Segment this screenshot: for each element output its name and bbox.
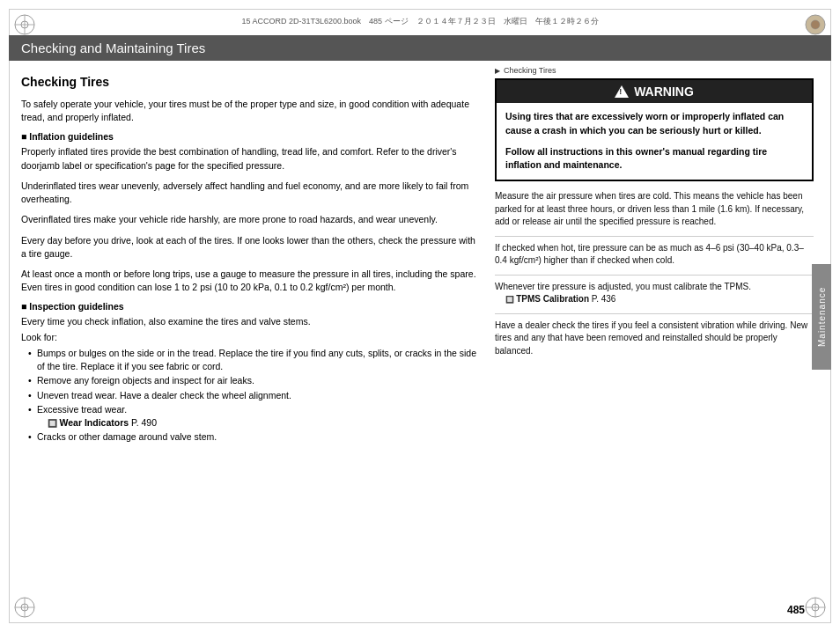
warning-header: WARNING	[497, 80, 812, 103]
bullet-item-5: Cracks or other damage around valve stem…	[28, 430, 476, 444]
inflation-para4: Every day before you drive, look at each…	[21, 234, 476, 261]
corner-decoration-tl	[12, 12, 37, 37]
bullet-item-1: Bumps or bulges on the side or in the tr…	[28, 347, 476, 373]
inflation-para2: Underinflated tires wear unevenly, adver…	[21, 180, 476, 206]
info-block-2: If checked when hot, tire pressure can b…	[495, 242, 814, 268]
section-title: Checking Tires	[21, 75, 476, 91]
tpms-ref-icon: 🔲	[505, 296, 516, 304]
tpms-link: TPMS Calibration	[516, 294, 589, 304]
look-for-label: Look for:	[21, 331, 476, 344]
bullet-item-2: Remove any foreign objects and inspect f…	[28, 374, 476, 387]
checking-tires-label: Checking Tires	[495, 66, 814, 75]
warning-title: WARNING	[634, 85, 694, 99]
info-block-1: Measure the air pressure when tires are …	[495, 190, 814, 229]
bullet-item-3: Uneven tread wear. Have a dealer check t…	[28, 389, 476, 402]
warning-text1: Using tires that are excessively worn or…	[505, 110, 803, 138]
info-block-4: Have a dealer check the tires if you fee…	[495, 320, 814, 358]
main-content-area: Checking Tires To safely operate your ve…	[9, 66, 489, 623]
inspection-heading: Inspection guidelines	[21, 301, 476, 312]
warning-triangle-icon	[615, 85, 629, 98]
wear-indicator-link: Wear Indicators	[60, 417, 129, 428]
bullet-item-4: Excessive tread wear. 🔲 Wear Indicators …	[28, 403, 476, 430]
inflation-para5: At least once a month or before long tri…	[21, 268, 476, 294]
warning-text2: Follow all instructions in this owner's …	[505, 145, 803, 173]
inspection-list: Bumps or bulges on the side or in the tr…	[21, 347, 476, 445]
inflation-para3: Overinflated tires make your vehicle rid…	[21, 213, 476, 226]
divider-1	[495, 236, 814, 237]
file-metadata: 15 ACCORD 2D-31T3L6200.book 485 ページ ２０１４…	[48, 16, 792, 27]
svg-point-5	[811, 20, 820, 29]
divider-2	[495, 275, 814, 276]
maintenance-tab: Maintenance	[812, 264, 831, 370]
inflation-para1: Properly inflated tires provide the best…	[21, 145, 476, 172]
corner-decoration-tr	[803, 12, 828, 37]
warning-box: WARNING Using tires that are excessively…	[495, 78, 814, 181]
wear-indicator-page: P. 490	[131, 417, 157, 428]
intro-paragraph: To safely operate your vehicle, your tir…	[21, 98, 476, 124]
inspection-intro: Every time you check inflation, also exa…	[21, 315, 476, 328]
tpms-page: P. 436	[592, 294, 616, 304]
info-block-3: Whenever tire pressure is adjusted, you …	[495, 281, 814, 306]
right-panel: Checking Tires WARNING Using tires that …	[495, 66, 814, 623]
warning-body: Using tires that are excessively worn or…	[497, 103, 812, 180]
inflation-heading: Inflation guidelines	[21, 131, 476, 142]
page-number: 485	[787, 604, 805, 616]
chapter-header: Checking and Maintaining Tires	[9, 35, 831, 61]
divider-3	[495, 313, 814, 314]
wear-indicator-icon: 🔲	[48, 419, 60, 428]
